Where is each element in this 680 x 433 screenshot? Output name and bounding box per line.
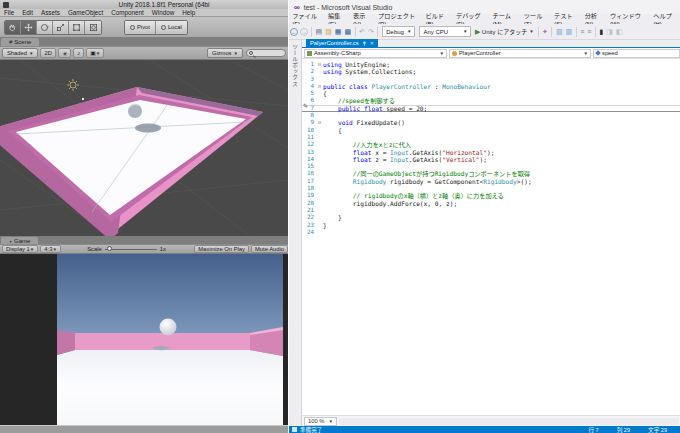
game-viewport[interactable] bbox=[0, 254, 288, 425]
unity-menu-item[interactable]: GameObject bbox=[64, 9, 107, 16]
save-all-button[interactable]: ▩ bbox=[344, 28, 351, 35]
uncomment-button[interactable]: ▥ bbox=[566, 28, 573, 35]
code-line[interactable]: 8 bbox=[302, 112, 680, 119]
code-line[interactable]: 22 } bbox=[302, 214, 680, 221]
code-line[interactable]: 14 float z = Input.GetAxis("Vertical"); bbox=[302, 156, 680, 163]
code-line[interactable]: 24 bbox=[302, 229, 680, 236]
comment-button[interactable]: ▥ bbox=[556, 28, 563, 35]
open-file-button[interactable]: ▨ bbox=[325, 28, 332, 35]
bookmark-next-button[interactable]: ◧ bbox=[616, 28, 623, 35]
mute-audio-button[interactable]: Mute Audio bbox=[251, 245, 288, 253]
toolbox-vertical-tab[interactable]: ツールボックス bbox=[291, 44, 299, 87]
redo-button[interactable]: ↷ bbox=[368, 28, 374, 35]
solution-platform-dropdown[interactable]: Any CPU ▼ bbox=[419, 26, 471, 37]
class-dropdown[interactable]: PlayerController ▼ bbox=[449, 49, 591, 58]
scene-search-input[interactable] bbox=[246, 49, 286, 57]
move-tool-button[interactable] bbox=[21, 21, 37, 34]
code-editor[interactable]: 1⊟using UnityEngine;2using System.Collec… bbox=[302, 59, 680, 415]
transform-tool-button[interactable] bbox=[85, 21, 101, 34]
tab-game[interactable]: ◖ Game bbox=[1, 237, 38, 244]
attach-process-icon[interactable]: ✦ bbox=[542, 28, 548, 35]
code-line[interactable]: 2using System.Collections; bbox=[302, 68, 680, 75]
navigate-forward-button[interactable]: → bbox=[300, 28, 308, 36]
attach-to-unity-button[interactable]: Unity にアタッチ bbox=[482, 27, 527, 36]
code-line[interactable]: 13 float x = Input.GetAxis("Horizontal")… bbox=[302, 149, 680, 156]
code-line[interactable]: 12 //入力をxとzに代入 bbox=[302, 141, 680, 148]
code-line[interactable]: 1⊟using UnityEngine; bbox=[302, 61, 680, 68]
scene-lighting-button[interactable]: ☀ bbox=[58, 48, 71, 58]
game-tab-icon: ◖ bbox=[9, 238, 12, 244]
code-line[interactable]: 23} bbox=[302, 222, 680, 229]
code-line[interactable]: 6 //speedを制御する bbox=[302, 97, 680, 104]
unity-title: Unity 2018.1.8f1 Personal (64bi bbox=[119, 1, 210, 8]
light-handle-dot[interactable] bbox=[82, 98, 84, 100]
tab-scene[interactable]: # Scene bbox=[1, 38, 39, 46]
code-text: void FixedUpdate() bbox=[323, 119, 405, 126]
code-line[interactable]: 4⊟public class PlayerController : MonoBe… bbox=[302, 83, 680, 90]
code-line[interactable]: 21 bbox=[302, 207, 680, 214]
display-dropdown[interactable]: Display 1 ▼ bbox=[2, 245, 38, 253]
scene-viewport[interactable] bbox=[0, 60, 288, 236]
document-tab-playercontroller[interactable]: PalyerController.cs ✕ bbox=[306, 39, 378, 47]
rotate-tool-button[interactable] bbox=[37, 21, 53, 34]
code-line[interactable]: 17 Rigidbody rigidbody = GetComponent<Ri… bbox=[302, 178, 680, 185]
unity-menu-item[interactable]: Edit bbox=[18, 9, 37, 16]
unity-toolbar: Pivot Local bbox=[0, 17, 288, 37]
new-file-button[interactable]: ▤ bbox=[316, 28, 323, 35]
code-line[interactable]: 7 public float speed = 20; bbox=[302, 105, 680, 112]
code-line[interactable]: 18 bbox=[302, 185, 680, 192]
code-line[interactable]: 15 bbox=[302, 163, 680, 170]
member-dropdown[interactable]: speed bbox=[593, 49, 680, 58]
aspect-ratio-dropdown[interactable]: 4:3 ▼ bbox=[40, 245, 61, 253]
code-line[interactable]: 10 { bbox=[302, 127, 680, 134]
unity-menu-item[interactable]: Assets bbox=[37, 9, 64, 16]
gizmos-dropdown[interactable]: Gizmos ▼ bbox=[207, 48, 243, 58]
indent-increase-button[interactable]: ≡ bbox=[587, 28, 591, 35]
scene-tab-label: Scene bbox=[14, 39, 31, 45]
scale-slider-knob[interactable] bbox=[107, 246, 112, 251]
scale-tool-button[interactable] bbox=[53, 21, 69, 34]
code-line[interactable]: 16 //同一のGameObjectが持つRigidbodyコンポーネントを取得 bbox=[302, 170, 680, 177]
solution-config-dropdown[interactable]: Debug ▼ bbox=[382, 26, 415, 37]
close-icon[interactable]: ✕ bbox=[370, 40, 374, 46]
hand-tool-button[interactable] bbox=[5, 21, 21, 34]
unity-menu-item[interactable]: Help bbox=[178, 9, 199, 16]
fold-marker-icon[interactable]: ⊟ bbox=[316, 119, 323, 126]
code-line[interactable]: 11 bbox=[302, 134, 680, 141]
maximize-on-play-button[interactable]: Maximize On Play bbox=[194, 245, 249, 253]
platform-label: Any CPU bbox=[423, 29, 448, 35]
unity-menu-item[interactable]: Window bbox=[148, 9, 178, 16]
zoom-level-dropdown[interactable]: 100 % ▼ bbox=[304, 417, 337, 426]
unity-menu-item[interactable]: File bbox=[0, 9, 18, 16]
scene-effects-dropdown[interactable]: ▣▼ bbox=[86, 48, 104, 58]
scene-audio-button[interactable]: ♪ bbox=[73, 48, 84, 58]
code-lines: 1⊟using UnityEngine;2using System.Collec… bbox=[302, 61, 680, 236]
scale-slider[interactable] bbox=[105, 249, 157, 250]
pivot-toggle-button[interactable]: Pivot bbox=[125, 21, 156, 34]
2d-toggle-button[interactable]: 2D bbox=[40, 48, 55, 58]
code-line[interactable]: 3 bbox=[302, 76, 680, 83]
rect-tool-button[interactable] bbox=[69, 21, 85, 34]
code-line[interactable]: 20 rigidbody.AddForce(x, 0, z); bbox=[302, 200, 680, 207]
pin-icon[interactable] bbox=[362, 41, 367, 46]
code-line[interactable]: 5{ bbox=[302, 90, 680, 97]
save-button[interactable]: ▦ bbox=[335, 28, 342, 35]
bookmark-button[interactable]: ▮ bbox=[599, 28, 603, 35]
fold-marker-icon[interactable]: ⊟ bbox=[316, 61, 323, 68]
local-toggle-button[interactable]: Local bbox=[156, 21, 187, 34]
project-dropdown[interactable]: Assembly-CSharp ▼ bbox=[304, 49, 447, 58]
bookmark-prev-button[interactable]: ◨ bbox=[606, 28, 613, 35]
code-line[interactable]: 9⊟ void FixedUpdate() bbox=[302, 119, 680, 126]
undo-button[interactable]: ↶ bbox=[359, 28, 365, 35]
code-line[interactable]: 19 // rigidbodyのx軸（横）とz軸（奥）に力を加える bbox=[302, 192, 680, 199]
code-text: using UnityEngine; bbox=[323, 61, 390, 68]
globe-icon bbox=[161, 25, 166, 30]
indent-decrease-button[interactable]: ≡ bbox=[580, 28, 584, 35]
code-text: //同一のGameObjectが持つRigidbodyコンポーネントを取得 bbox=[323, 170, 530, 177]
navigate-back-button[interactable]: ← bbox=[290, 28, 298, 36]
line-number: 12 bbox=[302, 141, 316, 148]
shading-mode-dropdown[interactable]: Shaded ▼ bbox=[2, 48, 38, 58]
unity-menu-item[interactable]: Component bbox=[107, 9, 148, 16]
horizontal-scrollbar[interactable] bbox=[339, 418, 679, 425]
fold-marker-icon[interactable]: ⊟ bbox=[316, 83, 323, 90]
